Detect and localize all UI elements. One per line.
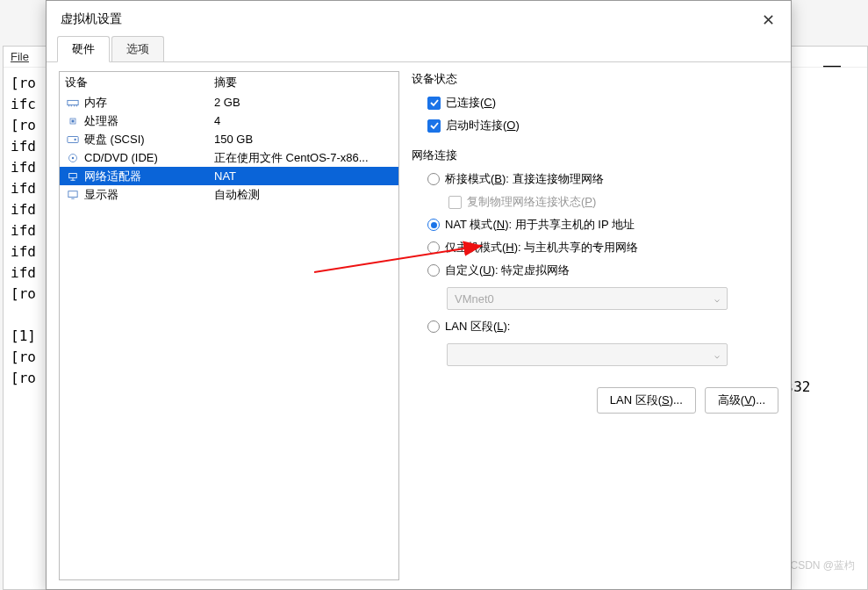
network-connection-title: 网络连接 <box>412 148 778 163</box>
dialog-title: 虚拟机设置 <box>57 11 756 27</box>
device-label: 内存 <box>84 95 214 111</box>
vm-settings-dialog: 虚拟机设置 硬件 选项 设备 摘要 内存2 GB处理器4硬盘 (SCSI)150… <box>46 0 792 590</box>
chevron-down-icon: ⌵ <box>714 350 720 360</box>
lan-segment-radio[interactable]: LAN 区段(L): <box>427 319 770 335</box>
memory-icon <box>65 96 81 110</box>
device-label: 网络适配器 <box>84 169 214 184</box>
device-list: 设备 摘要 内存2 GB处理器4硬盘 (SCSI)150 GBCD/DVD (I… <box>59 71 399 580</box>
device-status-title: 设备状态 <box>412 71 778 87</box>
close-icon <box>763 14 774 25</box>
display-icon <box>65 188 81 202</box>
svg-rect-2 <box>72 119 75 122</box>
device-summary: 正在使用文件 CentOS-7-x86... <box>214 150 393 166</box>
connect-on-start-checkbox[interactable]: 启动时连接(O) <box>427 118 770 133</box>
replicate-checkbox: 复制物理网络连接状态(P) <box>427 194 770 210</box>
nat-radio[interactable]: NAT 模式(N): 用于共享主机的 IP 地址 <box>427 217 770 233</box>
minimize-icon[interactable]: — <box>823 55 841 76</box>
device-label: 显示器 <box>84 187 214 203</box>
device-label: 硬盘 (SCSI) <box>84 132 214 148</box>
radio-icon <box>427 320 440 333</box>
svg-rect-3 <box>68 136 78 142</box>
radio-icon <box>427 173 440 185</box>
radio-checked-icon <box>427 219 440 231</box>
tab-options[interactable]: 选项 <box>111 36 164 61</box>
radio-icon <box>427 264 440 277</box>
cpu-icon <box>65 114 81 128</box>
device-row[interactable]: 显示器自动检测 <box>60 185 398 204</box>
chevron-down-icon: ⌵ <box>714 294 720 304</box>
svg-rect-8 <box>68 191 77 197</box>
vmnet-value: VMnet0 <box>455 292 494 306</box>
device-row[interactable]: 网络适配器NAT <box>60 167 398 185</box>
device-row[interactable]: 处理器4 <box>60 112 398 130</box>
bridge-radio[interactable]: 桥接模式(B): 直接连接物理网络 <box>427 171 770 187</box>
svg-rect-7 <box>69 173 77 177</box>
close-button[interactable] <box>756 7 780 32</box>
disk-icon <box>65 133 81 147</box>
device-summary: 2 GB <box>214 96 393 109</box>
device-label: CD/DVD (IDE) <box>84 151 214 164</box>
device-summary: 4 <box>214 114 393 127</box>
lan-segments-button[interactable]: LAN 区段(S)... <box>597 387 696 414</box>
hostonly-radio[interactable]: 仅主机模式(H): 与主机共享的专用网络 <box>427 240 770 255</box>
tab-hardware[interactable]: 硬件 <box>57 36 110 62</box>
vmnet-combo: VMnet0 ⌵ <box>447 287 728 310</box>
device-rows: 内存2 GB处理器4硬盘 (SCSI)150 GBCD/DVD (IDE)正在使… <box>60 93 398 579</box>
checkbox-checked-icon <box>427 97 441 110</box>
watermark: CSDN @蓝枃 <box>790 558 855 573</box>
radio-icon <box>427 241 440 254</box>
header-summary: 摘要 <box>214 75 393 90</box>
tabstrip: 硬件 选项 <box>47 38 791 62</box>
button-row: LAN 区段(S)... 高级(V)... <box>412 387 778 414</box>
device-row[interactable]: CD/DVD (IDE)正在使用文件 CentOS-7-x86... <box>60 148 398 167</box>
device-summary: 150 GB <box>214 133 393 146</box>
device-row[interactable]: 硬盘 (SCSI)150 GB <box>60 130 398 148</box>
svg-point-6 <box>72 156 74 158</box>
network-connection-group: 网络连接 桥接模式(B): 直接连接物理网络 复制物理网络连接状态(P) NAT… <box>412 148 778 371</box>
file-menu[interactable]: File <box>11 50 29 63</box>
titlebar[interactable]: 虚拟机设置 <box>47 1 791 38</box>
checkbox-unchecked-icon <box>448 196 462 209</box>
right-panel: 设备状态 已连接(C) 启动时连接(O) 网络连接 <box>412 71 778 580</box>
advanced-button[interactable]: 高级(V)... <box>705 387 778 414</box>
network-icon <box>65 169 81 183</box>
cd-icon <box>65 151 81 165</box>
device-status-group: 设备状态 已连接(C) 启动时连接(O) <box>412 71 778 137</box>
device-summary: NAT <box>214 169 393 183</box>
svg-point-4 <box>74 138 75 140</box>
header-device: 设备 <box>65 75 214 90</box>
device-list-header: 设备 摘要 <box>60 72 398 93</box>
checkbox-checked-icon <box>427 119 441 133</box>
device-summary: 自动检测 <box>214 187 393 203</box>
dialog-content: 设备 摘要 内存2 GB处理器4硬盘 (SCSI)150 GBCD/DVD (I… <box>47 62 791 589</box>
custom-radio[interactable]: 自定义(U): 特定虚拟网络 <box>427 263 770 278</box>
lan-segment-combo: ⌵ <box>447 343 728 366</box>
device-row[interactable]: 内存2 GB <box>60 93 398 112</box>
svg-rect-0 <box>68 100 78 104</box>
device-label: 处理器 <box>84 113 214 129</box>
connected-checkbox[interactable]: 已连接(C) <box>427 95 770 111</box>
